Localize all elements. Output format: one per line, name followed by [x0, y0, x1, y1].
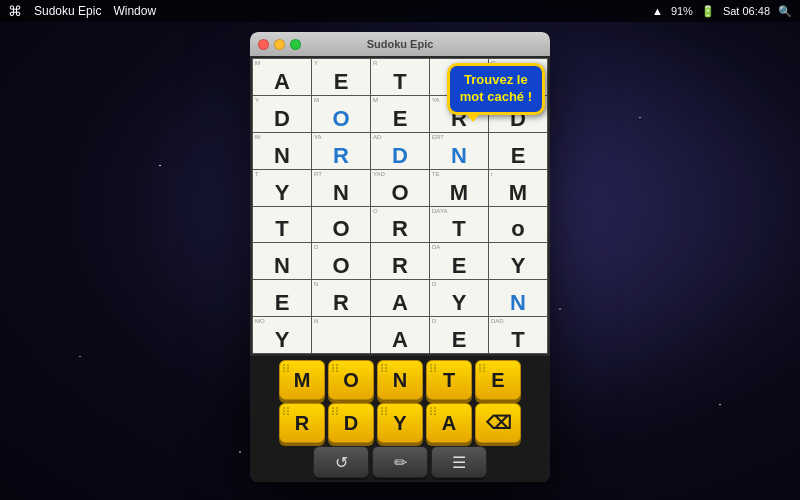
delete-key[interactable]: ⌫ — [475, 403, 521, 443]
tooltip-line1: Trouvez le — [464, 72, 528, 87]
cell-letter: E — [511, 145, 526, 167]
menubar-left: ⌘ Sudoku Epic Window — [8, 3, 156, 19]
wifi-icon: ▲ — [652, 5, 663, 17]
cell-letter: R — [333, 145, 349, 167]
grid-cell[interactable]: o — [489, 207, 547, 243]
app-window: Sudoku Epic Trouvez le mot caché ! MAYER… — [250, 32, 550, 482]
grid-cell[interactable]: TEM — [430, 170, 488, 206]
key-button[interactable]: E — [475, 360, 521, 400]
key-button[interactable]: O — [328, 360, 374, 400]
cell-small-hint: ERT — [432, 134, 444, 141]
grid-cell[interactable]: MO — [312, 96, 370, 132]
key-label: M — [294, 369, 311, 392]
cell-letter: O — [332, 218, 349, 240]
maximize-button[interactable] — [290, 39, 301, 50]
cell-letter: A — [274, 71, 290, 93]
grid-cell[interactable]: TY — [253, 170, 311, 206]
apple-menu[interactable]: ⌘ — [8, 3, 22, 19]
cell-letter: Y — [275, 329, 290, 351]
key-label: Y — [393, 412, 406, 435]
grid-cell[interactable]: MN — [253, 133, 311, 169]
key-label: O — [343, 369, 359, 392]
window-titlebar: Sudoku Epic — [250, 32, 550, 56]
key-button[interactable]: Y — [377, 403, 423, 443]
cell-letter: N — [274, 255, 290, 277]
key-button[interactable]: R — [279, 403, 325, 443]
grid-cell[interactable]: DAE — [430, 243, 488, 279]
grid-cell[interactable]: RTN — [312, 170, 370, 206]
minimize-button[interactable] — [274, 39, 285, 50]
grid-cell[interactable]: O — [312, 207, 370, 243]
menu-button[interactable]: ☰ — [431, 446, 487, 478]
cell-small-hint: TE — [432, 171, 440, 178]
grid-cell[interactable]: T — [253, 207, 311, 243]
tooltip-line2: mot caché ! — [460, 89, 532, 104]
grid-cell[interactable]: YAR — [312, 133, 370, 169]
grid-cell[interactable]: E — [489, 133, 547, 169]
keyboard-area: MONTE RDYA⌫ ↺✏☰ — [250, 356, 550, 482]
grid-cell[interactable]: E — [253, 280, 311, 316]
menubar: ⌘ Sudoku Epic Window ▲ 91% 🔋 Sat 06:48 🔍 — [0, 0, 800, 22]
key-button[interactable]: N — [377, 360, 423, 400]
close-button[interactable] — [258, 39, 269, 50]
menubar-right: ▲ 91% 🔋 Sat 06:48 🔍 — [652, 5, 792, 18]
cell-letter: R — [392, 255, 408, 277]
grid-cell[interactable]: Y — [489, 243, 547, 279]
cell-letter: M — [450, 182, 468, 204]
app-name[interactable]: Sudoku Epic — [34, 4, 101, 18]
grid-cell[interactable]: N — [312, 317, 370, 353]
grid-cell[interactable]: MA — [253, 59, 311, 95]
grid-cell[interactable]: YE — [312, 59, 370, 95]
tooltip-bubble: Trouvez le mot caché ! — [447, 63, 545, 115]
grid-cell[interactable]: NR — [312, 280, 370, 316]
grid-cell[interactable]: ERTN — [430, 133, 488, 169]
grid-cell[interactable]: MOY — [253, 317, 311, 353]
menu-window[interactable]: Window — [113, 4, 156, 18]
grid-cell[interactable]: A — [371, 317, 429, 353]
cell-letter: R — [392, 218, 408, 240]
key-button[interactable]: T — [426, 360, 472, 400]
grid-cell[interactable]: ME — [371, 96, 429, 132]
search-icon[interactable]: 🔍 — [778, 5, 792, 18]
key-label: ⌫ — [486, 412, 511, 434]
key-label: T — [443, 369, 455, 392]
cell-small-hint: r — [491, 171, 493, 178]
key-button[interactable]: D — [328, 403, 374, 443]
cell-letter: Y — [452, 292, 467, 314]
grid-cell[interactable]: RT — [371, 59, 429, 95]
key-button[interactable]: A — [426, 403, 472, 443]
pencil-button[interactable]: ✏ — [372, 446, 428, 478]
game-area: Trouvez le mot caché ! MAYERTMOYYDMOMEYA… — [250, 56, 550, 482]
grid-cell[interactable]: DY — [430, 280, 488, 316]
cell-letter: T — [511, 329, 524, 351]
cell-letter: N — [274, 145, 290, 167]
key-row-1: MONTE — [254, 360, 546, 400]
cell-small-hint: Y — [314, 60, 318, 67]
cell-letter: E — [275, 292, 290, 314]
grid-cell[interactable]: YD — [253, 96, 311, 132]
cell-small-hint: N — [314, 281, 318, 288]
grid-cell[interactable]: OR — [371, 207, 429, 243]
grid-cell[interactable]: A — [371, 280, 429, 316]
cell-small-hint: DA — [432, 244, 440, 251]
grid-cell[interactable]: DADT — [489, 317, 547, 353]
grid-cell[interactable]: R — [371, 243, 429, 279]
grid-cell[interactable]: N — [253, 243, 311, 279]
key-button[interactable]: M — [279, 360, 325, 400]
undo-button[interactable]: ↺ — [313, 446, 369, 478]
grid-cell[interactable]: rM — [489, 170, 547, 206]
battery-status: 91% — [671, 5, 693, 17]
grid-cell[interactable]: DAYAT — [430, 207, 488, 243]
grid-cell[interactable]: DE — [430, 317, 488, 353]
cell-small-hint: YA — [314, 134, 322, 141]
grid-cell[interactable]: N — [489, 280, 547, 316]
grid-cell[interactable]: DO — [312, 243, 370, 279]
grid-cell[interactable]: ADD — [371, 133, 429, 169]
cell-letter: N — [451, 145, 467, 167]
grid-cell[interactable]: YADO — [371, 170, 429, 206]
cell-small-hint: M — [255, 60, 260, 67]
cell-small-hint: D — [432, 281, 436, 288]
letter-grid: Trouvez le mot caché ! MAYERTMOYYDMOMEYA… — [252, 58, 548, 354]
cell-letter: D — [274, 108, 290, 130]
battery-icon: 🔋 — [701, 5, 715, 18]
